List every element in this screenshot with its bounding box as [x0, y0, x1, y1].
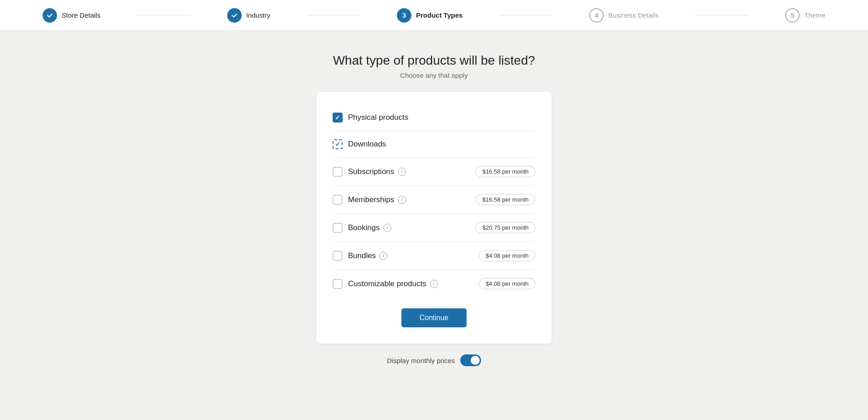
- checkbox-subscriptions[interactable]: [333, 167, 343, 177]
- step-5-label: Theme: [804, 11, 825, 19]
- checkbox-customizable[interactable]: [333, 279, 343, 289]
- bookings-info-icon[interactable]: i: [383, 224, 391, 232]
- customizable-label: Customizable products: [348, 279, 426, 288]
- subscriptions-price: $16.58 per month: [476, 166, 535, 177]
- step-product-types[interactable]: 3 Product Types: [397, 8, 463, 23]
- step-5-circle: 5: [785, 8, 800, 23]
- toggle-section: Display monthly prices: [387, 354, 481, 366]
- stepper: Store Details Industry 3 Product Types 4…: [0, 0, 868, 31]
- downloads-label-section: Downloads: [348, 140, 535, 149]
- bundles-label: Bundles: [348, 251, 376, 260]
- bookings-label: Bookings: [348, 223, 380, 232]
- bookings-price: $20.75 per month: [476, 222, 535, 233]
- bookings-label-section: Bookings i: [348, 223, 470, 232]
- step-industry[interactable]: Industry: [227, 8, 270, 23]
- bundles-price: $4.08 per month: [479, 250, 535, 261]
- subscriptions-label-section: Subscriptions i: [348, 167, 470, 176]
- step-theme[interactable]: 5 Theme: [785, 8, 825, 23]
- step-2-label: Industry: [246, 11, 270, 19]
- downloads-label: Downloads: [348, 140, 386, 149]
- page-subtitle: Choose any that apply: [400, 71, 467, 79]
- toggle-label: Display monthly prices: [387, 357, 455, 364]
- step-3-circle: 3: [397, 8, 411, 23]
- product-row-bookings[interactable]: Bookings i $20.75 per month: [333, 214, 535, 242]
- step-4-circle: 4: [589, 8, 604, 23]
- subscriptions-info-icon[interactable]: i: [398, 168, 406, 176]
- monthly-prices-toggle[interactable]: [460, 354, 481, 366]
- checkbox-downloads[interactable]: [333, 139, 343, 149]
- main-content: What type of products will be listed? Ch…: [0, 31, 868, 366]
- customizable-price: $4.08 per month: [479, 278, 535, 289]
- product-card: Physical products Downloads Subscription…: [316, 92, 552, 344]
- physical-label-section: Physical products: [348, 113, 535, 122]
- step-3-label: Product Types: [416, 11, 463, 19]
- step-2-circle: [227, 8, 242, 23]
- checkbox-bundles[interactable]: [333, 251, 343, 261]
- product-row-bundles[interactable]: Bundles i $4.08 per month: [333, 242, 535, 270]
- checkbox-memberships[interactable]: [333, 195, 343, 205]
- product-row-subscriptions[interactable]: Subscriptions i $16.58 per month: [333, 158, 535, 186]
- subscriptions-label: Subscriptions: [348, 167, 394, 176]
- step-divider-2: [306, 15, 361, 15]
- bundles-info-icon[interactable]: i: [379, 252, 387, 260]
- product-row-customizable[interactable]: Customizable products i $4.08 per month: [333, 270, 535, 297]
- step-4-label: Business Details: [608, 11, 658, 19]
- step-store-details[interactable]: Store Details: [43, 8, 100, 23]
- step-business-details[interactable]: 4 Business Details: [589, 8, 658, 23]
- checkbox-bookings[interactable]: [333, 223, 343, 233]
- memberships-label-section: Memberships i: [348, 195, 470, 204]
- step-1-circle: [43, 8, 57, 23]
- memberships-label: Memberships: [348, 195, 394, 204]
- customizable-info-icon[interactable]: i: [430, 280, 438, 288]
- physical-label: Physical products: [348, 113, 408, 122]
- step-divider-1: [137, 15, 191, 15]
- product-row-memberships[interactable]: Memberships i $16.58 per month: [333, 186, 535, 214]
- bundles-label-section: Bundles i: [348, 251, 473, 260]
- checkbox-physical[interactable]: [333, 113, 343, 123]
- memberships-price: $16.58 per month: [476, 194, 535, 205]
- customizable-label-section: Customizable products i: [348, 279, 473, 288]
- page-title: What type of products will be listed?: [333, 53, 535, 68]
- memberships-info-icon[interactable]: i: [398, 196, 406, 204]
- product-row-downloads[interactable]: Downloads: [333, 131, 535, 158]
- continue-button[interactable]: Continue: [401, 308, 467, 327]
- step-divider-4: [695, 15, 749, 15]
- step-1-label: Store Details: [62, 11, 100, 19]
- step-divider-3: [499, 15, 553, 15]
- product-row-physical[interactable]: Physical products: [333, 104, 535, 131]
